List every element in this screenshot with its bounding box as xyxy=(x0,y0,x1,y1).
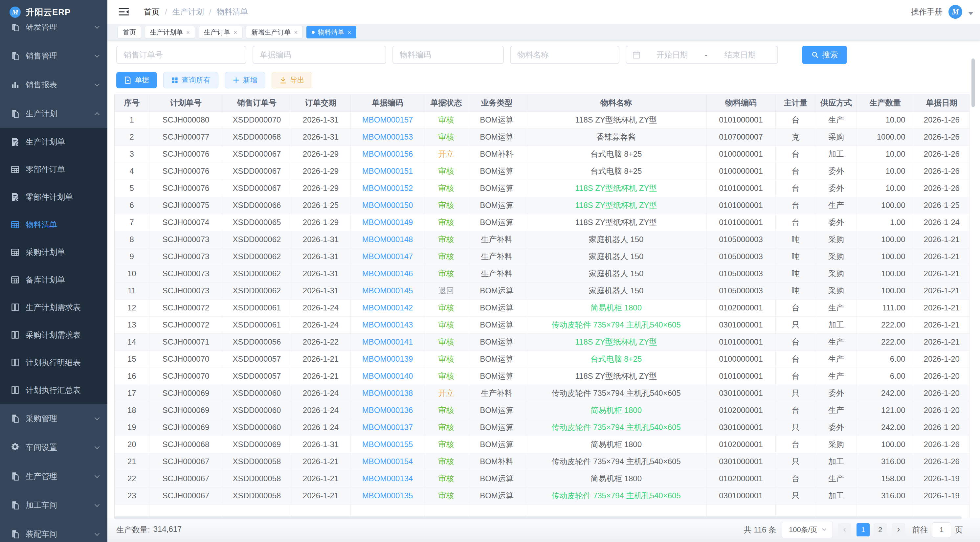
document-link[interactable]: MBOM000140 xyxy=(362,371,413,380)
tab[interactable]: 物料清单 × xyxy=(306,26,356,38)
cell-material-code: 0301000001 xyxy=(706,453,775,470)
cell-supply-mode: 采购 xyxy=(816,231,856,248)
document-link[interactable]: MBOM000138 xyxy=(362,389,413,397)
sidebar-item[interactable]: 采购管理 xyxy=(0,404,107,433)
document-link[interactable]: MBOM000151 xyxy=(362,167,413,175)
next-page-button[interactable]: › xyxy=(892,523,905,536)
document-link[interactable]: MBOM000135 xyxy=(362,491,413,500)
action-button[interactable]: 新增 xyxy=(224,72,266,88)
cell-plan-no: SCJH000073 xyxy=(149,231,223,248)
doc-code-input[interactable] xyxy=(253,46,386,64)
document-link[interactable]: MBOM000155 xyxy=(362,440,413,449)
chevron-icon xyxy=(95,444,100,449)
document-link[interactable]: MBOM000137 xyxy=(362,423,413,432)
sales-order-input[interactable] xyxy=(116,46,246,64)
status-badge: 退回 xyxy=(438,286,454,295)
sidebar-item[interactable]: 计划执行明细表 xyxy=(0,349,107,376)
vertical-scrollbar[interactable] xyxy=(972,59,975,107)
close-icon[interactable]: × xyxy=(347,29,351,35)
action-button[interactable]: 导出 xyxy=(272,72,312,88)
breadcrumb-section[interactable]: 生产计划 xyxy=(172,6,204,17)
breadcrumb-home[interactable]: 首页 xyxy=(144,6,160,17)
sidebar-item[interactable]: 车间设置 xyxy=(0,433,107,462)
close-icon[interactable]: × xyxy=(294,29,298,35)
main-area: 首页 / 生产计划 / 物料清单 操作手册 M 首页 × 生产计划单 × 生产订… xyxy=(107,0,980,542)
cell-biz-type: BOM运算 xyxy=(468,214,526,231)
document-link[interactable]: MBOM000150 xyxy=(362,201,413,210)
sidebar-item[interactable]: 生产计划 xyxy=(0,99,107,128)
sidebar-item[interactable]: 生产计划单 xyxy=(0,128,107,156)
action-button[interactable]: 单据 xyxy=(116,72,157,88)
tab[interactable]: 新增生产订单 × xyxy=(246,26,303,38)
page-number-button[interactable]: 1 xyxy=(856,523,870,536)
cell-status: 审核 xyxy=(425,419,468,436)
material-code-input[interactable] xyxy=(393,46,504,64)
document-link[interactable]: MBOM000157 xyxy=(362,115,413,124)
breadcrumb-separator: / xyxy=(209,7,212,16)
document-link[interactable]: MBOM000152 xyxy=(362,183,413,193)
tab[interactable]: 生产计划单 × xyxy=(145,26,195,38)
sidebar-item[interactable]: 零部件计划单 xyxy=(0,183,107,211)
table-row: 3 SCJH000076 XSDD000067 2026-1-29 MBOM00… xyxy=(115,145,969,163)
sidebar-item[interactable]: 采购计划单 xyxy=(0,239,107,266)
manual-link[interactable]: 操作手册 xyxy=(911,6,943,17)
page-size-select[interactable]: 100条/页 xyxy=(782,521,833,538)
search-button[interactable]: 搜索 xyxy=(802,46,847,64)
document-link[interactable]: MBOM000141 xyxy=(362,337,413,346)
cell-seq: 23 xyxy=(115,487,149,504)
document-link[interactable]: MBOM000139 xyxy=(362,354,413,363)
tab[interactable]: 生产订单 × xyxy=(199,26,242,38)
cell-quantity: 100.00 xyxy=(856,231,914,248)
sidebar-item[interactable]: 装配车间 xyxy=(0,520,107,542)
cell-supply-mode: 委外 xyxy=(816,385,856,402)
tab[interactable]: 首页 × xyxy=(118,26,141,38)
document-link[interactable]: MBOM000154 xyxy=(362,457,413,466)
document-link[interactable]: MBOM000148 xyxy=(362,235,413,244)
horizontal-scrollbar[interactable] xyxy=(114,516,962,519)
prev-page-button[interactable]: ‹ xyxy=(838,523,851,536)
document-link[interactable]: MBOM000145 xyxy=(362,286,413,295)
sidebar-item[interactable]: 生产计划需求表 xyxy=(0,294,107,321)
date-range-picker[interactable]: 开始日期 - 结束日期 xyxy=(626,46,778,64)
page-number-button[interactable]: 2 xyxy=(873,523,887,536)
cell-status: 审核 xyxy=(425,214,468,231)
close-icon[interactable]: × xyxy=(186,29,190,35)
cell-seq xyxy=(115,504,149,517)
document-link[interactable]: MBOM000146 xyxy=(362,269,413,278)
menu-fold-icon[interactable] xyxy=(118,7,129,16)
cell-doc-code: MBOM000139 xyxy=(350,351,425,368)
cell-quantity: 316.00 xyxy=(856,487,914,504)
cell-doc-date: 2026-1-21 xyxy=(914,231,969,248)
table-row: 11 SCJH000073 XSDD000062 2026-1-31 MBOM0… xyxy=(115,282,969,299)
cell-unit: 台 xyxy=(775,368,816,385)
sidebar-item[interactable]: 加工车间 xyxy=(0,491,107,520)
document-link[interactable]: MBOM000153 xyxy=(362,132,413,141)
cell-sales-order: XSDD000067 xyxy=(223,180,291,197)
menu-icon xyxy=(10,275,20,285)
sidebar-item[interactable]: 计划执行汇总表 xyxy=(0,376,107,404)
caret-down-icon[interactable] xyxy=(968,12,974,15)
sidebar-item[interactable]: 物料清单 xyxy=(0,211,107,239)
sidebar-item[interactable]: 零部件订单 xyxy=(0,156,107,183)
document-link[interactable]: MBOM000134 xyxy=(362,474,413,483)
avatar[interactable]: M xyxy=(948,5,962,19)
document-link[interactable]: MBOM000143 xyxy=(362,320,413,329)
goto-page-input[interactable] xyxy=(932,522,951,537)
sidebar-item[interactable]: 销售管理 xyxy=(0,41,107,70)
sidebar-item-label: 零部件计划单 xyxy=(25,192,73,202)
document-link[interactable]: MBOM000149 xyxy=(362,218,413,226)
document-link[interactable]: MBOM000142 xyxy=(362,303,413,312)
document-link[interactable]: MBOM000147 xyxy=(362,252,413,261)
summary-value: 314,617 xyxy=(153,524,182,535)
close-icon[interactable]: × xyxy=(234,29,237,35)
sidebar-item[interactable]: 销售报表 xyxy=(0,70,107,99)
sidebar-item[interactable]: 备库计划单 xyxy=(0,266,107,294)
cell-unit: 台 xyxy=(775,333,816,351)
column-header: 物料名称 xyxy=(526,94,706,112)
sidebar-item[interactable]: 采购计划需求表 xyxy=(0,321,107,349)
material-name-input[interactable] xyxy=(510,46,619,64)
action-button[interactable]: 查询所有 xyxy=(163,72,218,88)
document-link[interactable]: MBOM000156 xyxy=(362,150,413,158)
sidebar-item[interactable]: 生产管理 xyxy=(0,462,107,491)
document-link[interactable]: MBOM000136 xyxy=(362,406,413,414)
